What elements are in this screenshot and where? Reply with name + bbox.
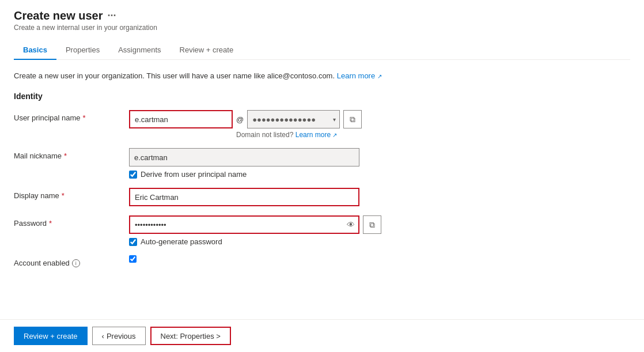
eye-icon: 👁 [347,220,355,229]
password-input-row: 👁 ⧉ [129,215,630,234]
display-name-input[interactable] [129,188,359,206]
upn-label: User principal name * [14,110,129,122]
derive-checkbox[interactable] [129,171,137,179]
display-name-row: Display name * [14,188,630,206]
mail-nickname-control: Derive from user principal name [129,148,630,179]
password-input[interactable] [130,217,343,233]
description-learn-more-link[interactable]: Learn more ↗ [337,71,382,80]
account-enabled-checkbox[interactable] [129,255,137,263]
password-row: Password * 👁 ⧉ Auto-generate password [14,215,630,246]
domain-learn-more-link[interactable]: Learn more ↗ [296,131,338,139]
main-content: Create a new user in your organization. … [0,60,644,319]
mail-nickname-row: Mail nickname * Derive from user princip… [14,148,630,179]
page-title-ellipsis[interactable]: ··· [108,10,116,22]
domain-select-wrapper[interactable]: ●●●●●●●●●●●●●● ▾ [247,110,340,128]
mail-nickname-required-star: * [64,152,67,160]
page-description: Create a new user in your organization. … [14,71,630,80]
derive-checkbox-row: Derive from user principal name [129,170,630,179]
upn-input-row: @ ●●●●●●●●●●●●●● ▾ ⧉ [129,110,630,128]
derive-checkbox-label: Derive from user principal name [141,170,247,179]
password-copy-button[interactable]: ⧉ [363,215,381,234]
page-title: Create new user [14,9,103,22]
next-properties-button[interactable]: Next: Properties > [150,327,231,345]
previous-button[interactable]: ‹ Previous [92,327,146,345]
autogenerate-checkbox[interactable] [129,238,137,246]
mail-nickname-label: Mail nickname * [14,148,129,160]
password-control: 👁 ⧉ Auto-generate password [129,215,630,246]
at-symbol: @ [236,115,244,124]
prev-chevron-icon: ‹ [102,332,104,340]
domain-external-link-icon: ↗ [332,132,337,138]
chevron-down-icon: ▾ [329,116,339,123]
mail-nickname-input[interactable] [129,148,359,166]
upn-input[interactable] [129,110,233,128]
password-input-wrapper: 👁 [129,215,359,234]
tab-properties[interactable]: Properties [56,41,109,60]
domain-select[interactable]: ●●●●●●●●●●●●●● [248,111,329,128]
autogenerate-checkbox-label: Auto-generate password [141,237,222,246]
upn-row: User principal name * @ ●●●●●●●●●●●●●● ▾… [14,110,630,139]
tab-review-create[interactable]: Review + create [171,41,243,60]
copy-icon: ⧉ [350,115,355,124]
password-reveal-button[interactable]: 👁 [343,220,358,229]
account-enabled-label: Account enabled i [14,255,129,267]
review-create-button[interactable]: Review + create [14,327,88,345]
upn-control: @ ●●●●●●●●●●●●●● ▾ ⧉ Domain not listed? … [129,110,630,139]
password-required-star: * [49,219,52,228]
external-link-icon: ↗ [377,73,382,80]
page-subtitle: Create a new internal user in your organ… [14,24,630,32]
tab-assignments[interactable]: Assignments [109,41,170,60]
account-enabled-control [129,255,630,264]
identity-section-title: Identity [14,92,630,101]
account-enabled-info-icon: i [72,259,80,267]
display-name-label: Display name * [14,188,129,200]
tab-basics[interactable]: Basics [14,41,56,60]
tabs-nav: Basics Properties Assignments Review + c… [14,41,630,60]
footer: Review + create ‹ Previous Next: Propert… [0,319,644,352]
password-copy-icon: ⧉ [369,220,375,230]
upn-required-star: * [83,113,86,122]
autogenerate-checkbox-row: Auto-generate password [129,237,630,246]
domain-not-listed: Domain not listed? Learn more ↗ [129,131,630,139]
display-name-control [129,188,630,206]
account-enabled-row: Account enabled i [14,255,630,267]
page-title-row: Create new user ··· [14,9,630,22]
upn-copy-button[interactable]: ⧉ [343,110,362,128]
password-label: Password * [14,215,129,228]
page-header: Create new user ··· Create a new interna… [0,0,644,60]
display-name-required-star: * [62,191,65,200]
